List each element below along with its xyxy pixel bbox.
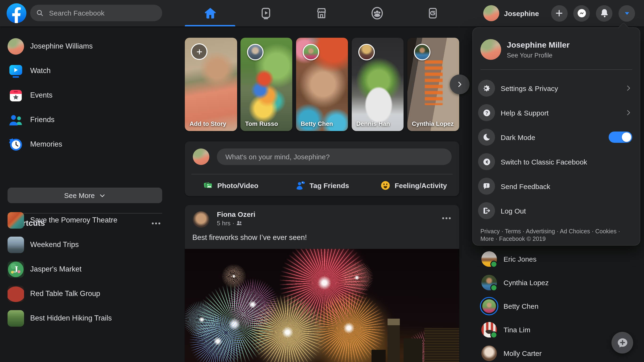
menu-item-settings-privacy[interactable]: Settings & Privacy (473, 76, 640, 100)
sidebar-item-watch[interactable]: Watch (0, 58, 177, 83)
online-status-dot (490, 260, 498, 268)
shortcut-item-red-table-talk[interactable]: Red Table Talk Group (0, 282, 177, 306)
status-input[interactable] (224, 152, 444, 161)
shortcut-item-pomeroy-theatre[interactable]: Save the Pomeroy Theatre (0, 208, 177, 232)
marketplace-icon (315, 6, 328, 20)
tag-friends-icon (295, 180, 306, 191)
shortcut-item-jaspers-market[interactable]: J Jasper's Market (0, 257, 177, 282)
home-icon (204, 6, 217, 20)
sidebar-nav-list: Josephine Williams Watch (0, 34, 177, 156)
search-input[interactable] (48, 8, 144, 18)
action-label: Photo/Video (217, 181, 258, 189)
shortcut-label: Best Hidden Hiking Trails (30, 314, 112, 322)
story-ring (480, 297, 498, 315)
contact-eric-jones[interactable]: Eric Jones (472, 247, 640, 270)
sidebar-item-memories[interactable]: Memories (0, 132, 177, 156)
avatar (481, 345, 497, 361)
contact-name: Tina Lim (504, 326, 530, 334)
dark-mode-toggle[interactable] (609, 132, 632, 143)
post-author-avatar[interactable] (193, 211, 209, 228)
chevron-down-icon (99, 192, 106, 199)
post-meta: 5 hrs · (217, 220, 255, 227)
contact-betty-chen[interactable]: Betty Chen (472, 294, 640, 318)
events-icon (8, 87, 24, 104)
menu-item-switch-classic[interactable]: Switch to Classic Facebook (473, 150, 640, 174)
shortcut-thumbnail (8, 236, 24, 253)
contact-name: Betty Chen (504, 302, 538, 310)
sidebar-item-profile[interactable]: Josephine Williams (0, 34, 177, 58)
contact-cynthia-lopez[interactable]: Cynthia Lopez (472, 270, 640, 294)
create-button[interactable] (551, 5, 568, 22)
account-menu-button[interactable] (618, 5, 635, 22)
composer-input-pill[interactable] (217, 148, 452, 165)
tab-gaming[interactable] (406, 0, 459, 26)
story-card-dennis-han[interactable]: Dennis Han (352, 38, 404, 131)
shortcut-label: Weekend Trips (30, 240, 79, 249)
composer-avatar[interactable] (193, 148, 209, 165)
story-card-tom-russo[interactable]: Tom Russo (240, 38, 292, 131)
menu-item-dark-mode[interactable]: Dark Mode (473, 125, 640, 150)
menu-item-label: Send Feedback (501, 182, 632, 190)
post-author-name[interactable]: Fiona Ozeri (217, 210, 255, 218)
sidebar-item-label: Friends (30, 116, 54, 124)
sidebar-item-friends[interactable]: Friends (0, 108, 177, 132)
see-more-label: See More (64, 191, 95, 200)
question-icon: ? (482, 108, 491, 117)
facebook-logo[interactable] (6, 3, 26, 23)
shortcut-thumbnail (8, 286, 24, 302)
feed-post: Fiona Ozeri 5 hrs · Best fireworks show … (185, 205, 459, 362)
legal-footer-links[interactable]: Privacy · Terms · Advertising · Ad Choic… (480, 228, 632, 243)
skyline-building (424, 328, 459, 362)
sidebar-item-events[interactable]: Events (0, 83, 177, 108)
menu-item-help-support[interactable]: ? Help & Support (473, 100, 640, 125)
account-caret-icon (622, 8, 632, 18)
story-avatar (303, 44, 319, 60)
story-avatar (358, 44, 374, 60)
tab-watch[interactable] (240, 0, 292, 26)
chevron-right-icon (456, 80, 464, 88)
profile-chip[interactable]: Josephine (483, 5, 539, 21)
notifications-bell-icon (599, 8, 609, 18)
logout-door-icon (482, 206, 491, 215)
story-label: Add to Story (190, 120, 233, 128)
messenger-button[interactable] (573, 5, 590, 22)
sidebar-item-label: Memories (30, 140, 62, 148)
photo-video-icon (203, 180, 214, 191)
shortcut-thumbnail (8, 212, 24, 228)
shortcut-item-weekend-trips[interactable]: Weekend Trips (0, 232, 177, 257)
shortcut-label: Red Table Talk Group (30, 290, 100, 298)
new-message-button[interactable] (612, 332, 633, 354)
menu-profile-link[interactable]: Josephine Miller See Your Profile (480, 39, 570, 60)
tab-groups[interactable] (351, 0, 403, 26)
global-search[interactable] (30, 5, 162, 21)
post-text: Best fireworks show I’ve ever seen! (192, 233, 307, 242)
footer-line-1: Privacy · Terms · Advertising · Ad Choic… (480, 228, 632, 235)
menu-profile-name: Josephine Miller (507, 40, 570, 50)
feeling-activity-button[interactable]: Feeling/Activity (370, 176, 457, 194)
facebook-f-icon (6, 3, 26, 23)
facebook-dark-home-page: Josephine (0, 0, 644, 362)
tag-friends-button[interactable]: Tag Friends (278, 176, 366, 194)
gear-icon (482, 84, 491, 92)
nav-see-more-button[interactable]: See More (8, 188, 162, 203)
memories-icon (8, 136, 24, 152)
photo-video-button[interactable]: Photo/Video (187, 176, 274, 194)
friends-audience-icon (236, 220, 242, 226)
post-photo-fireworks[interactable] (185, 249, 459, 362)
menu-item-log-out[interactable]: Log Out (473, 198, 640, 223)
skyline-building (372, 350, 386, 362)
contact-name: Eric Jones (504, 255, 536, 263)
watch-app-icon (8, 62, 24, 79)
shortcut-item-hiking-trails[interactable]: Best Hidden Hiking Trails (0, 306, 177, 330)
tab-home[interactable] (184, 0, 236, 26)
menu-item-send-feedback[interactable]: Send Feedback (473, 174, 640, 198)
notifications-button[interactable] (596, 5, 612, 22)
post-composer-card: Photo/Video Tag Friends Feeling/ (185, 142, 459, 196)
post-options-icon[interactable] (440, 216, 452, 221)
add-to-story-card[interactable]: Add to Story (185, 38, 237, 131)
tab-marketplace[interactable] (295, 0, 348, 26)
chevron-right-icon (625, 109, 632, 116)
footer-line-2: More · Facebook © 2019 (480, 235, 632, 243)
stories-next-button[interactable] (450, 74, 470, 94)
story-card-betty-chen[interactable]: Betty Chen (296, 38, 348, 131)
